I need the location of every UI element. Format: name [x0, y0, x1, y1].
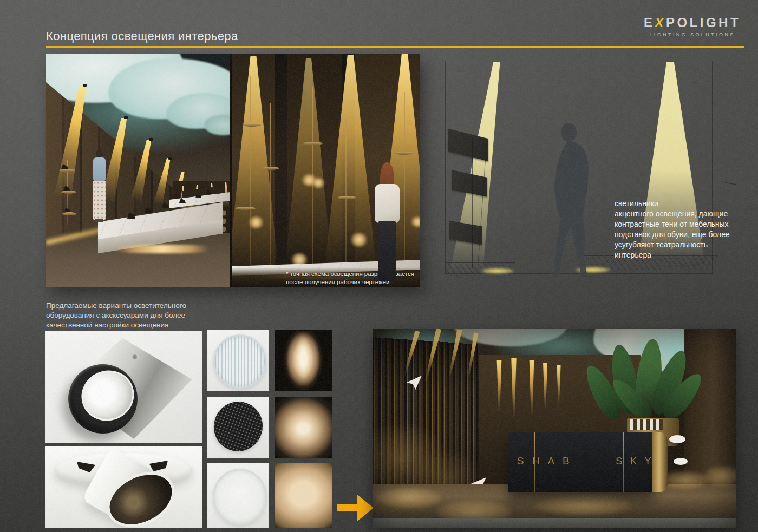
brand-letters-polight: POLIGHT — [666, 15, 741, 30]
display-disc — [303, 142, 323, 145]
display-disc — [243, 123, 261, 127]
sketch-annotation: светильники акцентного освещения, дающие… — [615, 199, 744, 260]
track-spotlight — [124, 116, 128, 119]
person-figure — [92, 149, 108, 233]
equipment-intro: Предлагаемые варианты осветительного обо… — [46, 301, 186, 330]
shelf-disc — [62, 212, 76, 215]
track-spotlight — [168, 157, 172, 160]
beam-spot — [275, 397, 332, 458]
display-closeup-scene: * точная схема освещения разрабатывается… — [230, 54, 420, 287]
photo-round-beam-pattern — [275, 397, 332, 458]
brand-logo: EXPOLIGHT LIGHTING SOLUTIONS — [640, 15, 744, 37]
brand-wordmark: EXPOLIGHT — [640, 15, 744, 30]
annotation-line: подставок для обуви, еще более — [615, 229, 744, 240]
lightning-x-icon: X — [655, 15, 666, 30]
photo-honeycomb-louver — [207, 397, 269, 458]
person-blouse — [375, 184, 400, 223]
photo-narrow-oval-beam-pattern — [275, 330, 332, 391]
annotation-line: интерьера — [615, 250, 744, 260]
track-spotlight — [83, 84, 87, 87]
photo-clear-lens — [207, 463, 269, 528]
arrow-head — [357, 495, 374, 521]
shelf-disc — [59, 169, 75, 172]
fixture-screw-hole — [131, 354, 139, 359]
display-disc — [394, 152, 414, 155]
interior-render-reception: SHAB SKY — [373, 329, 736, 528]
store-perspective-scene — [46, 54, 230, 287]
glowing-shoe — [312, 178, 325, 188]
intro-line: оборудования с акскссуарами для более — [46, 311, 186, 320]
annotation-line: светильники — [615, 199, 744, 209]
photo-ribbed-spread-lens — [207, 330, 269, 391]
intro-line: качественной настройки освещения — [46, 320, 186, 330]
display-pole — [270, 103, 271, 265]
arrow-shaft — [337, 504, 358, 511]
honeycomb-louver — [207, 397, 269, 458]
person-top — [93, 157, 106, 182]
person-trousers — [378, 221, 396, 281]
floor-glow-strip — [481, 268, 514, 274]
underglow — [100, 245, 225, 253]
track-spotlight — [149, 138, 153, 141]
glowing-shoe — [350, 233, 368, 247]
display-pole — [345, 119, 347, 265]
glowing-shoe — [248, 216, 264, 228]
intro-line: Предлагаемые варианты осветительного — [46, 301, 186, 311]
lighting-concept-sketch: светильники акцентного освещения, дающие… — [444, 51, 739, 279]
annotation-line: контрастные тени от мебельных — [615, 219, 744, 229]
render-vignette — [373, 329, 736, 528]
interior-render-main: * точная схема освещения разрабатывается… — [46, 54, 420, 287]
display-disc — [262, 167, 279, 170]
accent-underline — [46, 46, 744, 48]
beam-spot — [291, 334, 316, 386]
brand-tagline: LIGHTING SOLUTIONS — [640, 32, 744, 37]
photo-recessed-round-adjustable-spotlight — [45, 446, 202, 528]
person-silhouette — [526, 121, 613, 286]
photo-wide-beam-pattern — [275, 463, 332, 528]
photo-recessed-square-gimbal-spotlight — [45, 331, 202, 443]
person-skirt — [93, 181, 106, 220]
annotation-line: акцентного освещения, дающие — [615, 209, 744, 219]
display-pole — [250, 76, 251, 265]
person-figure — [371, 162, 407, 287]
brand-letter-e: E — [644, 15, 655, 30]
sketch-shelf-wire — [472, 138, 473, 268]
ribbed-lens — [213, 334, 266, 389]
page-title: Концепция освещения интерьера — [46, 29, 238, 43]
person-feet — [95, 219, 103, 222]
shelf-disc — [61, 191, 76, 194]
display-disc — [235, 207, 256, 210]
display-disc — [338, 196, 356, 199]
clear-lens — [213, 469, 267, 525]
presentation-slide: Концепция освещения интерьера EXPOLIGHT … — [0, 0, 758, 532]
annotation-line: усугубляют театральность — [615, 240, 744, 250]
beam-spot — [275, 463, 332, 528]
